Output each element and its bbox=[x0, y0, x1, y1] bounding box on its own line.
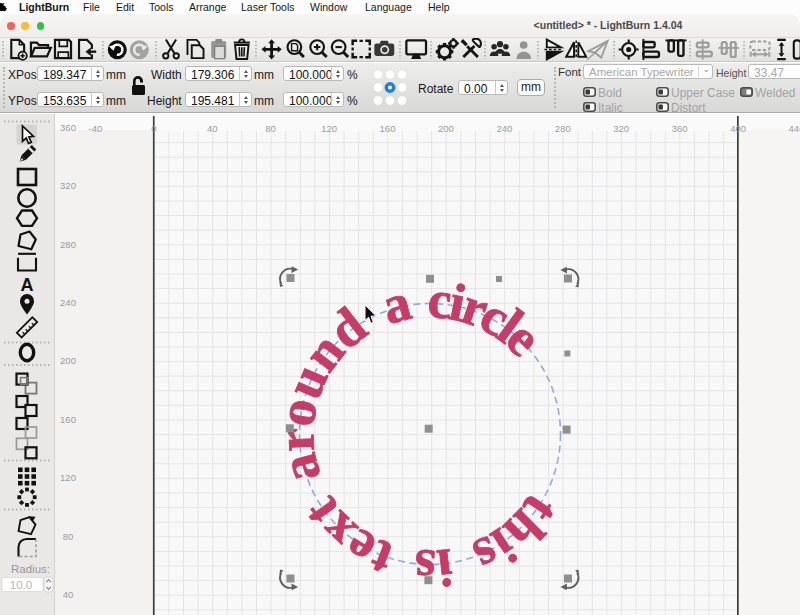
svg-text:280: 280 bbox=[555, 123, 571, 134]
svg-text:240: 240 bbox=[60, 297, 76, 308]
svg-text:440: 440 bbox=[789, 123, 800, 134]
svg-text:80: 80 bbox=[63, 531, 74, 542]
svg-text:0: 0 bbox=[151, 123, 156, 134]
svg-text:200: 200 bbox=[60, 355, 76, 366]
svg-text:320: 320 bbox=[60, 180, 76, 191]
svg-text:10.0: 10.0 bbox=[10, 579, 32, 591]
svg-text:400: 400 bbox=[730, 123, 746, 134]
svg-text:200: 200 bbox=[438, 123, 454, 134]
svg-text:160: 160 bbox=[60, 414, 76, 425]
svg-text:160: 160 bbox=[380, 123, 396, 134]
svg-text:360: 360 bbox=[60, 122, 76, 133]
svg-text:120: 120 bbox=[60, 472, 76, 483]
svg-text:120: 120 bbox=[321, 123, 337, 134]
svg-text:-40: -40 bbox=[89, 123, 103, 134]
svg-text:240: 240 bbox=[496, 123, 512, 134]
svg-text:80: 80 bbox=[265, 123, 276, 134]
svg-text:280: 280 bbox=[60, 239, 76, 250]
svg-text:320: 320 bbox=[613, 123, 629, 134]
svg-text:360: 360 bbox=[672, 123, 688, 134]
svg-text:40: 40 bbox=[63, 589, 74, 600]
svg-text:40: 40 bbox=[207, 123, 218, 134]
svg-text:A: A bbox=[21, 275, 34, 295]
svg-text:Radius:: Radius: bbox=[11, 563, 50, 575]
